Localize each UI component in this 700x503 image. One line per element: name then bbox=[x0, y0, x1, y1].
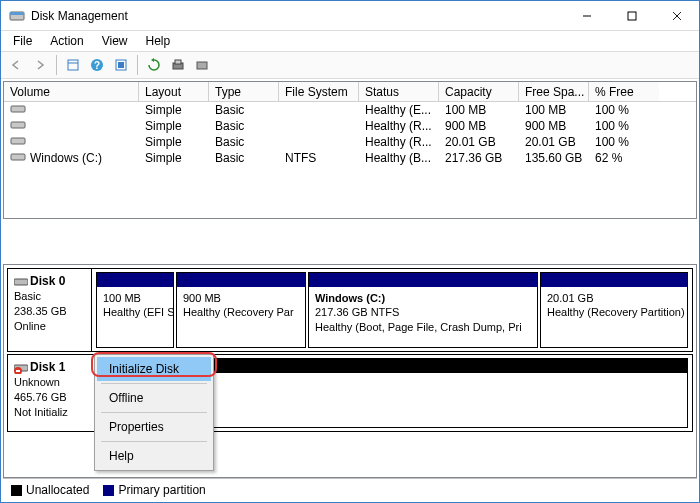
window-title: Disk Management bbox=[31, 9, 564, 23]
partition-bar bbox=[97, 273, 173, 287]
menu-file[interactable]: File bbox=[5, 32, 40, 50]
volume-cell: Basic bbox=[209, 103, 279, 117]
col-capacity[interactable]: Capacity bbox=[439, 82, 519, 101]
disk1-type: Unknown bbox=[14, 376, 60, 388]
volume-cell bbox=[4, 103, 139, 117]
volume-cell: 100 MB bbox=[519, 103, 589, 117]
partition-body: 20.01 GBHealthy (Recovery Partition) bbox=[541, 287, 687, 347]
volume-cell: Simple bbox=[139, 135, 209, 149]
volume-cell: Basic bbox=[209, 135, 279, 149]
svg-rect-15 bbox=[11, 106, 25, 112]
partition[interactable]: 20.01 GBHealthy (Recovery Partition) bbox=[540, 272, 688, 348]
toolbar: ? bbox=[1, 51, 699, 79]
maximize-button[interactable] bbox=[609, 1, 654, 30]
volume-cell: Basic bbox=[209, 151, 279, 165]
partition-bar bbox=[309, 273, 537, 287]
disk-error-icon bbox=[14, 362, 28, 374]
context-menu: Initialize Disk Offline Properties Help bbox=[94, 354, 214, 471]
disk1-size: 465.76 GB bbox=[14, 391, 67, 403]
volume-cell bbox=[4, 135, 139, 149]
menu-view[interactable]: View bbox=[94, 32, 136, 50]
close-button[interactable] bbox=[654, 1, 699, 30]
menu-action[interactable]: Action bbox=[42, 32, 91, 50]
col-status[interactable]: Status bbox=[359, 82, 439, 101]
show-hide-button[interactable] bbox=[62, 54, 84, 76]
refresh-button[interactable] bbox=[143, 54, 165, 76]
volume-cell: Healthy (R... bbox=[359, 119, 439, 133]
volume-cell: NTFS bbox=[279, 151, 359, 165]
ctx-initialize-disk[interactable]: Initialize Disk bbox=[97, 357, 211, 381]
col-pctfree[interactable]: % Free bbox=[589, 82, 659, 101]
app-icon bbox=[9, 8, 25, 24]
rescan-button[interactable] bbox=[167, 54, 189, 76]
disk-row-0[interactable]: Disk 0 Basic 238.35 GB Online 100 MBHeal… bbox=[7, 268, 693, 352]
disk0-label: Disk 0 bbox=[30, 274, 65, 288]
col-layout[interactable]: Layout bbox=[139, 82, 209, 101]
partition[interactable]: Windows (C:)217.36 GB NTFSHealthy (Boot,… bbox=[308, 272, 538, 348]
svg-rect-18 bbox=[11, 154, 25, 160]
col-filesystem[interactable]: File System bbox=[279, 82, 359, 101]
ctx-offline[interactable]: Offline bbox=[97, 386, 211, 410]
volume-cell: 900 MB bbox=[439, 119, 519, 133]
col-volume[interactable]: Volume bbox=[4, 82, 139, 101]
action-button[interactable] bbox=[191, 54, 213, 76]
legend-primary: Primary partition bbox=[103, 483, 205, 497]
volume-cell: 100 % bbox=[589, 135, 659, 149]
back-button bbox=[5, 54, 27, 76]
svg-rect-11 bbox=[118, 62, 124, 68]
col-type[interactable]: Type bbox=[209, 82, 279, 101]
menu-help[interactable]: Help bbox=[138, 32, 179, 50]
disk1-status: Not Initializ bbox=[14, 406, 68, 418]
disk0-info[interactable]: Disk 0 Basic 238.35 GB Online bbox=[8, 269, 92, 351]
partition-body: 900 MBHealthy (Recovery Par bbox=[177, 287, 305, 347]
volume-list-body[interactable]: SimpleBasicHealthy (E...100 MB100 MB100 … bbox=[4, 102, 696, 218]
svg-rect-16 bbox=[11, 122, 25, 128]
volume-cell bbox=[4, 119, 139, 133]
volume-cell: Healthy (R... bbox=[359, 135, 439, 149]
volume-cell: Simple bbox=[139, 119, 209, 133]
partition-bar bbox=[541, 273, 687, 287]
menubar: File Action View Help bbox=[1, 31, 699, 51]
settings-button[interactable] bbox=[110, 54, 132, 76]
minimize-button[interactable] bbox=[564, 1, 609, 30]
disk-icon bbox=[14, 277, 28, 287]
svg-text:?: ? bbox=[94, 60, 100, 71]
volume-cell: 900 MB bbox=[519, 119, 589, 133]
svg-rect-3 bbox=[628, 12, 636, 20]
volume-cell: Simple bbox=[139, 103, 209, 117]
volume-cell: 100 % bbox=[589, 103, 659, 117]
ctx-properties[interactable]: Properties bbox=[97, 415, 211, 439]
volume-cell: Simple bbox=[139, 151, 209, 165]
volume-cell: 100 % bbox=[589, 119, 659, 133]
svg-rect-22 bbox=[16, 370, 20, 372]
partition-body: Windows (C:)217.36 GB NTFSHealthy (Boot,… bbox=[309, 287, 537, 347]
volume-row[interactable]: SimpleBasicHealthy (E...100 MB100 MB100 … bbox=[4, 102, 696, 118]
svg-rect-17 bbox=[11, 138, 25, 144]
col-freespace[interactable]: Free Spa... bbox=[519, 82, 589, 101]
disk1-label: Disk 1 bbox=[30, 360, 65, 374]
partition[interactable]: 100 MBHealthy (EFI S bbox=[96, 272, 174, 348]
partition[interactable]: 900 MBHealthy (Recovery Par bbox=[176, 272, 306, 348]
volume-cell: 20.01 GB bbox=[519, 135, 589, 149]
ctx-help[interactable]: Help bbox=[97, 444, 211, 468]
disk1-info[interactable]: Disk 1 Unknown 465.76 GB Not Initializ bbox=[8, 355, 96, 431]
volume-cell: Healthy (E... bbox=[359, 103, 439, 117]
legend-unallocated: Unallocated bbox=[11, 483, 89, 497]
volume-row[interactable]: Windows (C:)SimpleBasicNTFSHealthy (B...… bbox=[4, 150, 696, 166]
help-button[interactable]: ? bbox=[86, 54, 108, 76]
partition-bar bbox=[177, 273, 305, 287]
volume-cell: 20.01 GB bbox=[439, 135, 519, 149]
disk0-type: Basic bbox=[14, 290, 41, 302]
svg-rect-14 bbox=[197, 62, 207, 69]
disk0-partitions: 100 MBHealthy (EFI S900 MBHealthy (Recov… bbox=[92, 269, 692, 351]
disk0-status: Online bbox=[14, 320, 46, 332]
svg-rect-6 bbox=[68, 60, 78, 70]
svg-rect-19 bbox=[14, 279, 28, 285]
legend: Unallocated Primary partition bbox=[3, 478, 697, 500]
volume-list: Volume Layout Type File System Status Ca… bbox=[3, 81, 697, 219]
volume-cell: 100 MB bbox=[439, 103, 519, 117]
svg-rect-13 bbox=[175, 60, 181, 64]
volume-row[interactable]: SimpleBasicHealthy (R...20.01 GB20.01 GB… bbox=[4, 134, 696, 150]
disk0-size: 238.35 GB bbox=[14, 305, 67, 317]
volume-row[interactable]: SimpleBasicHealthy (R...900 MB900 MB100 … bbox=[4, 118, 696, 134]
